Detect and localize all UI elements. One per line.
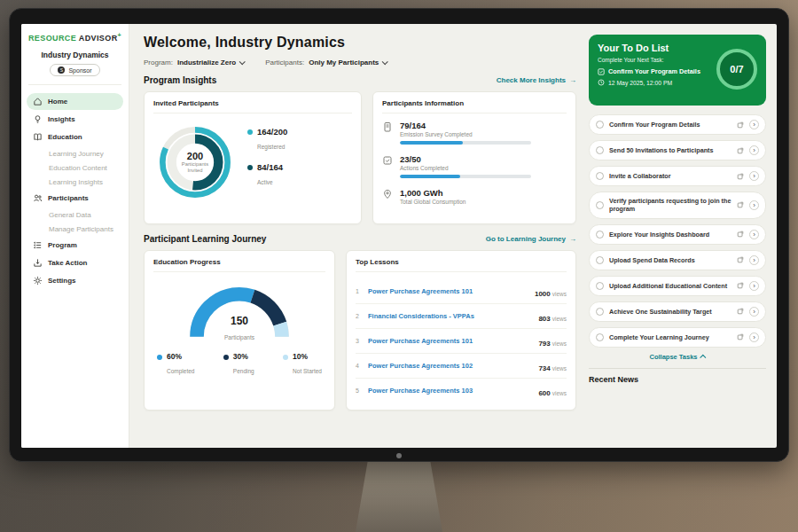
learning-journey-cards: Education Progress 150 Participants <box>144 250 576 411</box>
task-item-complete-learning-journey[interactable]: Complete Your Learning Journey › <box>589 327 766 348</box>
legend-registered: 164/200 Registered <box>247 127 287 153</box>
sidebar-item-label: Take Action <box>48 259 87 267</box>
task-item-upload-spend-data[interactable]: Upload Spend Data Records › <box>589 250 766 270</box>
lightbulb-icon <box>33 114 43 124</box>
task-chevron-icon[interactable]: › <box>749 171 759 181</box>
lesson-views: 1000 <box>535 290 551 298</box>
sidebar-item-insights[interactable]: Insights <box>27 111 123 128</box>
lesson-rank: 5 <box>356 387 363 394</box>
program-insights-cards: Invited Participants 200 <box>144 91 576 224</box>
lesson-link[interactable]: Power Purchase Agreements 101 <box>368 287 529 295</box>
lesson-link[interactable]: Financial Considerations - VPPAs <box>368 312 533 320</box>
sidebar: RESOURCE ADVISOR+ Industry Dynamics S Sp… <box>21 24 129 448</box>
task-chevron-icon[interactable]: › <box>749 230 759 239</box>
legend-value: 10% <box>293 352 322 361</box>
task-item-achieve-sustainability-target[interactable]: Achieve One Sustainability Target › <box>589 301 766 322</box>
lesson-views-label: views <box>552 390 567 396</box>
participants-information-card: Participants Information 79/164 Emission… <box>372 91 576 224</box>
sidebar-item-participants[interactable]: Participants <box>27 190 123 207</box>
filter-bar: Program: Industrialize Zero Participants… <box>144 59 576 66</box>
actions-completed-row: 23/50 Actions Completed <box>382 154 567 178</box>
task-chevron-icon[interactable]: › <box>749 307 759 317</box>
link-label: Go to Learning Journey <box>486 235 566 243</box>
task-chevron-icon[interactable]: › <box>749 120 759 129</box>
task-item-invite-collaborator[interactable]: Invite a Collaborator › <box>589 166 766 186</box>
emission-survey-progressbar <box>400 141 531 145</box>
task-label: Invite a Collaborator <box>609 172 732 180</box>
sidebar-item-home[interactable]: Home <box>27 93 123 110</box>
task-chevron-icon[interactable]: › <box>749 255 759 265</box>
gauge-center-label: Participants <box>224 334 254 340</box>
task-checkbox[interactable] <box>596 256 604 264</box>
task-item-upload-educational-content[interactable]: Upload Additional Educational Content › <box>589 276 766 296</box>
list-icon <box>33 240 43 250</box>
task-item-explore-insights[interactable]: Explore Your Insights Dashboard › <box>589 224 766 245</box>
page-title: Welcome, Industry Dynamics <box>144 35 576 51</box>
location-pin-icon <box>382 189 393 200</box>
external-link-icon <box>737 147 744 154</box>
participants-filter-dropdown[interactable]: Only My Participants <box>309 59 387 66</box>
education-progress-card: Education Progress 150 Participants <box>144 250 335 411</box>
org-name: Industry Dynamics <box>27 51 123 59</box>
external-link-icon <box>737 282 744 289</box>
task-checkbox[interactable] <box>596 172 604 180</box>
gauge-legend: 60% Completed 30% Pending <box>153 352 325 377</box>
lesson-link[interactable]: Power Purchase Agreements 103 <box>368 387 533 395</box>
sidebar-item-manage-participants[interactable]: Manage Participants <box>27 222 123 236</box>
desk-background: RESOURCE ADVISOR+ Industry Dynamics S Sp… <box>0 0 798 532</box>
legend-value: 60% <box>167 352 194 361</box>
task-checkbox[interactable] <box>596 308 604 316</box>
sidebar-item-general-data[interactable]: General Data <box>27 207 123 222</box>
next-task-label: Confirm Your Program Details <box>608 67 700 75</box>
task-checkbox[interactable] <box>596 231 604 239</box>
arrow-right-icon: → <box>569 76 576 84</box>
task-checkbox[interactable] <box>596 333 604 341</box>
task-label: Upload Additional Educational Content <box>609 282 732 290</box>
metric-value: 1,000 GWh <box>400 188 567 198</box>
go-to-learning-journey-link[interactable]: Go to Learning Journey → <box>486 235 576 243</box>
check-list-icon <box>382 155 393 166</box>
next-task[interactable]: Confirm Your Program Details <box>598 67 704 75</box>
sidebar-item-education[interactable]: Education <box>27 129 123 145</box>
task-checkbox[interactable] <box>596 282 604 290</box>
sidebar-item-learning-insights[interactable]: Learning Insights <box>27 175 123 189</box>
legend-completed: 60% Completed <box>157 352 194 377</box>
task-item-send-invitations[interactable]: Send 50 Invitations to Participants › <box>589 140 766 160</box>
card-title: Top Lessons <box>356 258 567 272</box>
external-link-icon <box>737 231 744 238</box>
sponsor-badge[interactable]: S Sponsor <box>50 64 99 76</box>
sidebar-item-program[interactable]: Program <box>27 237 123 254</box>
task-item-confirm-program[interactable]: Confirm Your Program Details › <box>589 114 766 135</box>
task-chevron-icon[interactable]: › <box>749 145 759 155</box>
check-more-insights-link[interactable]: Check More Insights → <box>497 76 576 84</box>
participants-filter-label: Participants: <box>265 59 304 66</box>
task-chevron-icon[interactable]: › <box>749 200 759 210</box>
collapse-tasks-link[interactable]: Collapse Tasks <box>589 353 766 361</box>
section-title: Participant Learning Journey <box>144 234 266 244</box>
task-label: Verify participants requesting to join t… <box>609 197 732 214</box>
legend-label: Active <box>257 179 273 185</box>
sidebar-item-settings[interactable]: Settings <box>27 272 123 289</box>
legend-value: 30% <box>233 352 254 361</box>
sidebar-item-learning-journey[interactable]: Learning Journey <box>27 146 123 160</box>
task-checkbox[interactable] <box>596 201 604 209</box>
lesson-link[interactable]: Power Purchase Agreements 102 <box>368 362 533 370</box>
legend-not-started: 10% Not Started <box>283 352 322 377</box>
book-icon <box>33 132 43 142</box>
task-chevron-icon[interactable]: › <box>749 281 759 291</box>
lesson-link[interactable]: Power Purchase Agreements 101 <box>368 337 533 345</box>
sidebar-item-education-content[interactable]: Education Content <box>27 160 123 175</box>
task-checkbox[interactable] <box>596 121 604 129</box>
external-link-icon <box>737 333 744 340</box>
external-link-icon <box>737 256 744 263</box>
program-filter-dropdown[interactable]: Industrialize Zero <box>177 59 244 66</box>
metric-value: 23/50 <box>400 154 567 164</box>
task-chevron-icon[interactable]: › <box>749 332 759 342</box>
legend-active: 84/164 Active <box>247 162 287 188</box>
donut-center-label: Participants Invited <box>179 161 211 174</box>
sidebar-item-label: Home <box>48 98 67 106</box>
task-item-verify-participants[interactable]: Verify participants requesting to join t… <box>589 192 766 219</box>
sponsor-label: Sponsor <box>68 67 91 74</box>
task-checkbox[interactable] <box>596 146 604 154</box>
sidebar-item-take-action[interactable]: Take Action <box>27 254 123 271</box>
